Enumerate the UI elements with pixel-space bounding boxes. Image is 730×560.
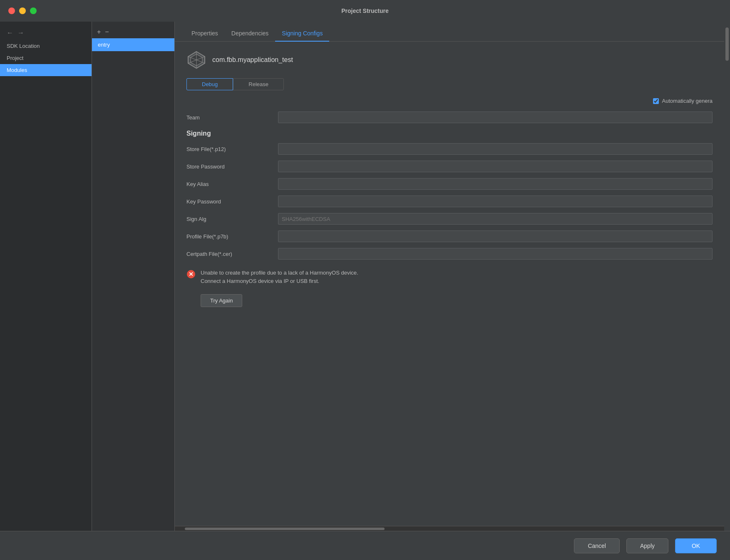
auto-generate-row: Automatically genera: [186, 98, 713, 104]
store-file-input[interactable]: [278, 143, 713, 155]
module-toolbar: + −: [92, 26, 174, 38]
auto-generate-label: Automatically genera: [662, 98, 713, 104]
title-bar: Project Structure: [0, 0, 730, 22]
v-scroll-thumb: [725, 27, 729, 61]
key-password-input[interactable]: [278, 196, 713, 207]
error-message: Unable to create the profile due to a la…: [201, 269, 358, 285]
ok-button[interactable]: OK: [675, 538, 717, 553]
certpath-file-input[interactable]: [278, 248, 713, 260]
tabs-row: Properties Dependencies Signing Configs: [175, 22, 724, 42]
remove-module-button[interactable]: −: [105, 28, 109, 36]
horizontal-scrollbar[interactable]: [175, 526, 724, 531]
error-line1: Unable to create the profile due to a la…: [201, 269, 358, 277]
key-password-label: Key Password: [186, 198, 278, 205]
auto-generate-checkbox[interactable]: [653, 98, 659, 104]
error-box: ✕ Unable to create the profile due to a …: [186, 265, 713, 288]
scroll-thumb: [185, 528, 385, 530]
key-alias-row: Key Alias: [186, 178, 713, 190]
back-arrow-icon[interactable]: ←: [7, 29, 13, 37]
module-pane: + − entry: [92, 22, 175, 531]
app-name: com.fbb.myapplication_test: [212, 56, 293, 64]
cancel-button[interactable]: Cancel: [574, 538, 620, 553]
sign-alg-label: Sign Alg: [186, 216, 278, 222]
certpath-file-label: Certpath File(*.cer): [186, 251, 278, 257]
sidebar-item-sdk-location[interactable]: SDK Location: [0, 40, 92, 52]
vertical-scrollbar[interactable]: [724, 22, 730, 531]
svg-text:✕: ✕: [189, 271, 194, 278]
tab-signing-configs[interactable]: Signing Configs: [275, 27, 329, 42]
sidebar-nav: ← →: [0, 26, 92, 40]
profile-file-input[interactable]: [278, 230, 713, 242]
store-file-row: Store File(*.p12): [186, 143, 713, 155]
sign-alg-input[interactable]: [278, 213, 713, 225]
store-password-input[interactable]: [278, 161, 713, 172]
error-icon: ✕: [186, 270, 196, 279]
add-module-button[interactable]: +: [97, 28, 101, 36]
error-line2: Connect a HarmonyOS device via IP or USB…: [201, 277, 358, 285]
app-icon: [186, 50, 206, 70]
store-file-label: Store File(*.p12): [186, 146, 278, 152]
sign-alg-row: Sign Alg: [186, 213, 713, 225]
store-password-row: Store Password: [186, 161, 713, 172]
traffic-lights: [8, 7, 37, 14]
main-layout: ← → SDK Location Project Modules + − ent…: [0, 22, 730, 531]
team-row: Team: [186, 112, 713, 123]
sidebar: ← → SDK Location Project Modules: [0, 22, 92, 531]
minimize-button[interactable]: [19, 7, 26, 14]
content-pane: Properties Dependencies Signing Configs …: [175, 22, 724, 531]
team-input[interactable]: [278, 112, 713, 123]
maximize-button[interactable]: [30, 7, 37, 14]
key-alias-input[interactable]: [278, 178, 713, 190]
debug-toggle-button[interactable]: Debug: [186, 78, 233, 90]
content-scroll[interactable]: com.fbb.myapplication_test Debug Release…: [175, 42, 724, 526]
certpath-file-row: Certpath File(*.cer): [186, 248, 713, 260]
profile-file-label: Profile File(*.p7b): [186, 233, 278, 240]
try-again-button[interactable]: Try Again: [201, 294, 242, 307]
tab-dependencies[interactable]: Dependencies: [225, 27, 276, 42]
signing-section-title: Signing: [186, 130, 713, 137]
team-label: Team: [186, 114, 278, 121]
sidebar-item-modules[interactable]: Modules: [0, 64, 92, 76]
profile-file-row: Profile File(*.p7b): [186, 230, 713, 242]
app-header: com.fbb.myapplication_test: [186, 50, 713, 70]
module-entry-entry[interactable]: entry: [92, 38, 174, 51]
footer: Cancel Apply OK: [0, 531, 730, 560]
key-password-row: Key Password: [186, 196, 713, 207]
close-button[interactable]: [8, 7, 15, 14]
build-type-toggle: Debug Release: [186, 78, 713, 90]
forward-arrow-icon[interactable]: →: [17, 29, 24, 37]
store-password-label: Store Password: [186, 164, 278, 170]
key-alias-label: Key Alias: [186, 181, 278, 187]
release-toggle-button[interactable]: Release: [233, 78, 284, 90]
apply-button[interactable]: Apply: [626, 538, 668, 553]
tab-properties[interactable]: Properties: [185, 27, 225, 42]
sidebar-item-project[interactable]: Project: [0, 52, 92, 64]
window-title: Project Structure: [341, 7, 389, 14]
